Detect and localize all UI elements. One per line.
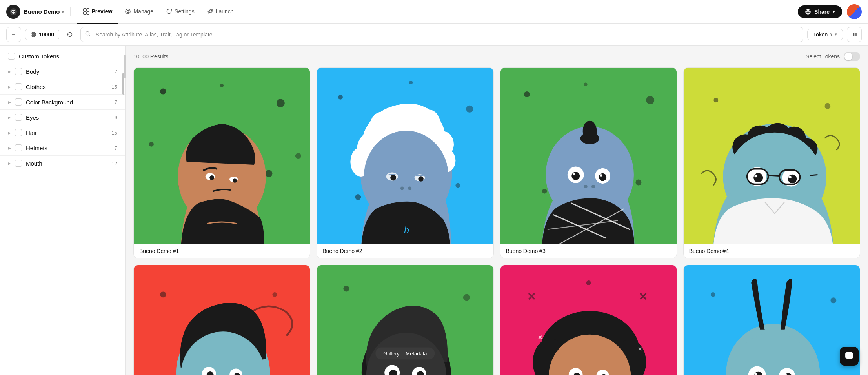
chat-button[interactable] xyxy=(840,347,859,366)
sidebar: Custom Tokens 1 ▶ Body 7 ▶ Clothes 15 ▶ xyxy=(0,46,126,375)
card-overlay: Gallery Metadata xyxy=(375,347,435,359)
nft-image-5 xyxy=(134,265,310,375)
card-label-4: Bueno Demo #4 xyxy=(684,244,860,258)
nft-image-1 xyxy=(134,68,310,244)
svg-point-20 xyxy=(265,170,272,177)
toggle-knob xyxy=(844,53,852,60)
refresh-icon xyxy=(67,31,73,38)
svg-rect-5 xyxy=(84,12,86,14)
helmets-chevron: ▶ xyxy=(8,146,11,150)
gallery-card-3[interactable]: Bueno Demo #3 xyxy=(500,67,677,258)
refresh-button[interactable] xyxy=(63,28,76,41)
nft-image-8 xyxy=(684,265,860,375)
svg-point-63 xyxy=(599,173,606,181)
svg-point-30 xyxy=(338,95,343,100)
body-checkbox[interactable] xyxy=(15,68,22,75)
gallery-card-4[interactable]: Bueno Demo #4 xyxy=(683,67,860,258)
svg-point-7 xyxy=(126,9,130,14)
gallery-card-6[interactable]: Gallery Metadata Bueno Demo #6 xyxy=(317,265,493,375)
hair-label: Hair xyxy=(26,129,108,136)
svg-point-48 xyxy=(400,186,404,190)
card-label-3: Bueno Demo #3 xyxy=(500,244,677,258)
search-wrap xyxy=(80,27,803,42)
gallery-card-5[interactable]: Bueno Demo #5 xyxy=(133,265,310,375)
view-columns-icon xyxy=(851,31,857,38)
color-bg-count: 7 xyxy=(115,99,117,105)
app-name: Bueno Demo ▾ xyxy=(24,8,64,15)
search-input[interactable] xyxy=(80,27,803,42)
avatar-button[interactable] xyxy=(847,4,862,19)
custom-tokens-count: 1 xyxy=(115,53,117,59)
svg-text:b: b xyxy=(404,224,409,236)
tab-manage[interactable]: Manage xyxy=(118,0,160,24)
helmets-checkbox[interactable] xyxy=(15,144,22,151)
svg-point-85 xyxy=(788,175,797,183)
svg-point-8 xyxy=(127,10,129,12)
svg-line-90 xyxy=(768,175,779,176)
sidebar-item-mouth[interactable]: ▶ Mouth 12 xyxy=(0,156,125,171)
sidebar-item-eyes[interactable]: ▶ Eyes 9 xyxy=(0,110,125,125)
launch-icon xyxy=(207,8,213,15)
select-tokens-toggle[interactable] xyxy=(844,52,860,61)
custom-tokens-checkbox[interactable] xyxy=(8,53,15,60)
select-tokens-label: Select Tokens xyxy=(806,53,840,60)
token-count-label: 10000 xyxy=(39,31,54,38)
svg-rect-15 xyxy=(855,33,857,36)
color-bg-chevron: ▶ xyxy=(8,100,11,104)
token-sort-dropdown[interactable]: Token # ▾ xyxy=(807,29,843,40)
svg-point-86 xyxy=(754,175,757,177)
mouth-checkbox[interactable] xyxy=(15,160,22,167)
svg-point-49 xyxy=(408,186,411,190)
sidebar-item-custom-tokens[interactable]: Custom Tokens 1 xyxy=(0,49,125,64)
color-bg-checkbox[interactable] xyxy=(15,98,22,106)
overlay-gallery-label[interactable]: Gallery xyxy=(383,350,399,356)
nft-image-4 xyxy=(684,68,860,244)
sidebar-item-hair[interactable]: ▶ Hair 15 xyxy=(0,125,125,140)
overlay-metadata-label[interactable]: Metadata xyxy=(406,350,427,356)
sidebar-item-clothes[interactable]: ▶ Clothes 15 xyxy=(0,79,125,95)
gallery-card-8[interactable]: Bueno Demo #8 xyxy=(683,265,860,375)
tab-launch[interactable]: Launch xyxy=(201,0,240,24)
eyes-count: 9 xyxy=(115,115,117,120)
svg-point-2 xyxy=(14,11,15,12)
sidebar-scroll: Custom Tokens 1 ▶ Body 7 ▶ Clothes 15 ▶ xyxy=(0,46,125,174)
sidebar-scrollbar[interactable] xyxy=(122,73,124,95)
view-toggle-button[interactable] xyxy=(847,27,862,42)
hair-checkbox[interactable] xyxy=(15,129,22,136)
clothes-checkbox[interactable] xyxy=(15,83,22,90)
mouth-count: 12 xyxy=(112,160,117,166)
grid-icon xyxy=(83,8,89,15)
tab-preview[interactable]: Preview xyxy=(77,0,119,24)
svg-point-59 xyxy=(580,133,599,144)
filter-button[interactable] xyxy=(6,27,21,42)
color-bg-label: Color Background xyxy=(26,99,111,106)
gallery-card-7[interactable]: Bueno Demo #7 xyxy=(500,265,677,375)
mouth-chevron: ▶ xyxy=(8,161,11,166)
gallery-card-1[interactable]: Bueno Demo #1 xyxy=(133,67,310,258)
share-button[interactable]: Share ▾ xyxy=(798,5,842,18)
svg-point-56 xyxy=(584,82,587,86)
svg-point-12 xyxy=(86,31,89,35)
svg-point-1 xyxy=(12,11,13,12)
svg-point-54 xyxy=(542,189,547,193)
sidebar-item-helmets[interactable]: ▶ Helmets 7 xyxy=(0,140,125,156)
card-label-2: Bueno Demo #2 xyxy=(317,244,493,258)
svg-point-74 xyxy=(824,103,830,109)
clothes-count: 15 xyxy=(112,84,117,90)
results-count: 10000 Results xyxy=(133,53,169,60)
top-nav: Bueno Demo ▾ Preview Manage Setti xyxy=(0,0,868,24)
tab-settings[interactable]: Settings xyxy=(160,0,201,24)
svg-rect-4 xyxy=(87,9,89,11)
sidebar-item-color-background[interactable]: ▶ Color Background 7 xyxy=(0,95,125,110)
eyes-chevron: ▶ xyxy=(8,115,11,120)
nav-tabs: Preview Manage Settings Launch xyxy=(77,0,240,24)
body-label: Body xyxy=(26,68,111,75)
sidebar-item-body[interactable]: ▶ Body 7 xyxy=(0,64,125,79)
eyes-checkbox[interactable] xyxy=(15,114,22,121)
body-chevron: ▶ xyxy=(8,69,11,74)
logo[interactable]: Bueno Demo ▾ xyxy=(6,5,64,19)
gallery-card-2[interactable]: b Bueno Demo #2 xyxy=(317,67,493,258)
svg-rect-14 xyxy=(854,33,855,36)
svg-point-18 xyxy=(277,99,285,107)
svg-point-73 xyxy=(713,98,718,102)
